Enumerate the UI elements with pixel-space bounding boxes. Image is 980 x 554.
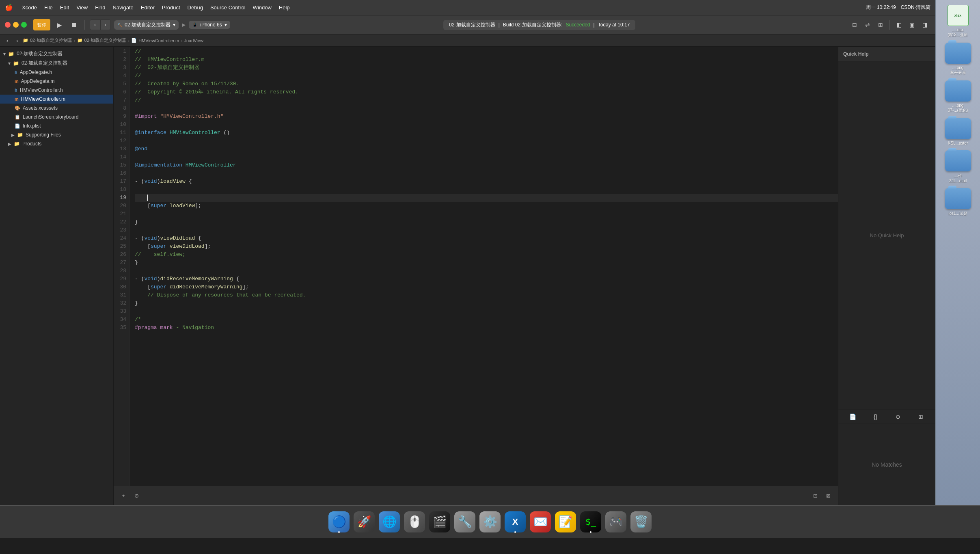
dock-mouse[interactable]: 🖱️ [403,510,426,534]
dock-trash[interactable]: 🗑️ [629,510,653,534]
bottom-right-btn1[interactable]: ⊡ [810,491,820,501]
menubar-time: 周一 10:22:49 [866,4,896,11]
view-navigator-btn[interactable]: ◧ [893,19,904,30]
desktop-item-chadan[interactable]: ....png车丹分享 [937,41,978,77]
dock-notes[interactable]: 📝 [554,510,577,534]
code-line-17: - (void)loadView { [135,177,838,186]
code-line-13: @end [135,145,838,153]
sidebar-root[interactable]: ▾ 📁 02-加载自定义控制器 [0,49,113,58]
editor-assistant-btn[interactable]: ⇄ [862,19,873,30]
code-content[interactable]: // // HMViewController.m // 02-加载自定义控制器 … [130,47,838,486]
breadcrumb-nav-left[interactable]: ‹ [3,37,11,45]
bottom-bar: + ⊙ ⊡ ⊠ [114,486,838,505]
dock-game[interactable]: 🎮 [604,510,628,534]
menu-editor[interactable]: Editor [141,4,155,11]
folder-icon: 📁 [23,38,28,43]
bottom-right-btn2[interactable]: ⊠ [823,491,833,501]
code-line-28 [135,267,838,275]
close-button[interactable] [5,22,11,28]
breadcrumb-item-2[interactable]: 📄 HMViewController.m [131,38,179,43]
sidebar-group[interactable]: ▾ 📁 02-加载自定义控制器 [0,58,113,68]
maximize-button[interactable] [21,22,27,28]
safari-icon: 🌐 [379,511,400,532]
scheme-selector[interactable]: 🔨 02-加载自定义控制器 ▾ [114,20,179,30]
breadcrumb-item-1[interactable]: 📁 02-加载自定义控制器 [77,37,127,43]
sidebar-file-appdelegate-m[interactable]: m AppDelegate.m [0,77,113,86]
mindnode-icon: ✉️ [530,511,551,532]
device-selector[interactable]: 📱 iPhone 6s ▾ [189,21,230,29]
code-line-2: // HMViewController.m [135,56,838,64]
filter-button[interactable]: ⊙ [132,491,141,501]
menu-source-control[interactable]: Source Control [210,4,246,11]
desktop-item-ksl[interactable]: KSL...aster [937,117,978,147]
code-line-14 [135,153,838,161]
dock-media[interactable]: 🎬 [428,510,451,534]
dock-mindnode[interactable]: ✉️ [529,510,552,534]
notes-icon: 📝 [555,511,576,532]
menu-file[interactable]: File [44,4,53,11]
panel-file-icon[interactable]: 📄 [847,411,859,422]
menu-edit[interactable]: Edit [60,4,69,11]
minimize-button[interactable] [13,22,19,28]
panel-grid-icon[interactable]: ⊞ [915,411,926,422]
run-button[interactable]: ▶ [54,19,65,30]
sidebar-file-hmvc-m[interactable]: m HMViewController.m [0,95,113,104]
dock-safari[interactable]: 🌐 [378,510,401,534]
forward-button[interactable]: › [100,19,111,30]
sidebar-file-launchscreen[interactable]: 📋 LaunchScreen.storyboard [0,113,113,121]
dock-launchpad[interactable]: 🚀 [352,510,376,534]
breadcrumb-sep-0: › [74,38,76,43]
apple-menu[interactable]: 🍎 [5,4,13,11]
desktop-label-optimize: ....png07-...(优化) [948,103,968,113]
menubar-input-method[interactable]: CSDN·清风简 [901,4,930,11]
desktop-item-ios1[interactable]: ios1...试是 [937,186,978,218]
right-panel: Quick Help No Quick Help 📄 {} ⊙ ⊞ No Mat… [838,47,935,505]
desktop-item-optimize[interactable]: ....png07-...(优化) [937,79,978,115]
sidebar-file-infoplist[interactable]: 📄 Info.plist [0,121,113,130]
menu-debug[interactable]: Debug [188,4,203,11]
code-line-22: } [135,218,838,226]
dock-preferences[interactable]: ⚙️ [478,510,502,534]
menu-window[interactable]: Window [253,4,272,11]
breadcrumb-nav-right[interactable]: › [13,37,21,45]
sidebar-file-hmvc-h[interactable]: h HMViewController.h [0,86,113,95]
dock-tools[interactable]: 🔧 [453,510,477,534]
code-line-21 [135,210,838,218]
back-button[interactable]: ‹ [90,19,100,30]
desktop-item-xlsx[interactable]: xlsx ....xlsx第13...业班 [937,3,978,39]
panel-circle-icon[interactable]: ⊙ [892,411,904,422]
view-debug-btn[interactable]: ▣ [906,19,917,30]
code-line-29: - (void)didReceiveMemoryWarning { [135,275,838,283]
code-editor[interactable]: 1 2 3 4 5 6 7 8 9 10 11 12 13 14 [114,47,838,486]
file-m-icon: m [15,79,19,84]
add-button[interactable]: + [119,491,128,501]
editor-version-btn[interactable]: ⊞ [875,19,886,30]
menu-navigate[interactable]: Navigate [112,4,133,11]
editor-standard-btn[interactable]: ⊟ [849,19,860,30]
folder-ksl [945,118,971,139]
menu-help[interactable]: Help [279,4,290,11]
code-line-18 [135,186,838,194]
file-h2-icon: h [15,88,17,93]
view-utility-btn[interactable]: ◨ [919,19,930,30]
menu-view[interactable]: View [76,4,88,11]
sidebar-file-appdelegate-h[interactable]: h AppDelegate.h [0,68,113,77]
panel-curly-icon[interactable]: {} [870,411,881,422]
plist-icon: 📄 [15,123,20,129]
breadcrumb-item-0[interactable]: 📁 02-加载自定义控制器 [23,37,72,43]
dock-xcode[interactable]: X [503,510,527,534]
desktop-item-zjl[interactable]: ....件ZJL...etail [937,149,978,185]
sidebar-supporting-files[interactable]: ▶ 📁 Supporting Files [0,130,113,139]
sidebar-products[interactable]: ▶ 📁 Products [0,139,113,148]
breadcrumb-item-3[interactable]: -loadView [184,38,203,43]
menu-product[interactable]: Product [162,4,180,11]
dock-finder[interactable]: 🔵 [327,510,351,534]
breadcrumb-sep-1: › [128,38,130,43]
stop-button[interactable]: ⏹ [68,19,80,30]
quick-help-label: Quick Help [843,51,869,57]
sidebar-file-assets[interactable]: 🎨 Assets.xcassets [0,104,113,113]
stop-label-btn[interactable]: 暂停 [33,19,50,30]
dock-terminal[interactable]: $_ [579,510,602,534]
menu-find[interactable]: Find [95,4,105,11]
menu-xcode[interactable]: Xcode [22,4,37,11]
